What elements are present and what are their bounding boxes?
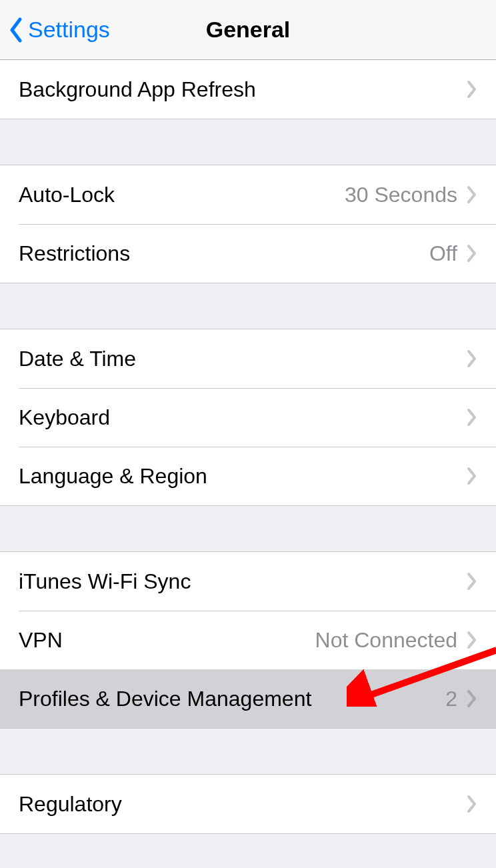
row-value: 2 <box>445 687 457 711</box>
row-label: Language & Region <box>19 464 467 489</box>
row-value: Off <box>429 241 457 266</box>
row-value: Not Connected <box>315 628 457 653</box>
chevron-right-icon <box>467 689 477 708</box>
chevron-right-icon <box>467 185 477 204</box>
chevron-right-icon <box>467 80 477 99</box>
row-label: Background App Refresh <box>19 77 467 102</box>
spacer <box>0 283 496 329</box>
chevron-right-icon <box>467 631 477 649</box>
row-label: Auto-Lock <box>19 183 345 207</box>
chevron-right-icon <box>467 408 477 427</box>
back-button[interactable]: Settings <box>0 17 110 43</box>
group-regulatory: Regulatory <box>0 774 496 834</box>
row-label: Keyboard <box>19 405 467 430</box>
chevron-right-icon <box>467 572 477 591</box>
row-regulatory[interactable]: Regulatory <box>0 775 496 833</box>
row-keyboard[interactable]: Keyboard <box>0 388 496 447</box>
row-label: VPN <box>19 628 315 653</box>
group-lock: Auto-Lock 30 Seconds Restrictions Off <box>0 165 496 283</box>
row-language-region[interactable]: Language & Region <box>0 447 496 505</box>
spacer <box>0 505 496 552</box>
row-vpn[interactable]: VPN Not Connected <box>0 611 496 669</box>
group-general: Date & Time Keyboard Language & Region <box>0 329 496 506</box>
back-label: Settings <box>28 17 110 43</box>
row-label: Restrictions <box>19 241 429 266</box>
row-label: Date & Time <box>19 347 467 371</box>
spacer <box>0 728 496 775</box>
row-background-app-refresh[interactable]: Background App Refresh <box>0 60 496 119</box>
row-label: iTunes Wi-Fi Sync <box>19 569 467 594</box>
chevron-right-icon <box>467 467 477 485</box>
group-network: iTunes Wi-Fi Sync VPN Not Connected Prof… <box>0 551 496 729</box>
content: Background App Refresh Auto-Lock 30 Seco… <box>0 60 496 868</box>
chevron-right-icon <box>467 349 477 368</box>
row-label: Profiles & Device Management <box>19 687 445 711</box>
row-profiles-device-management[interactable]: Profiles & Device Management 2 <box>0 669 496 728</box>
spacer <box>0 833 496 865</box>
navbar: Settings General <box>0 0 496 60</box>
row-value: 30 Seconds <box>345 183 457 207</box>
row-auto-lock[interactable]: Auto-Lock 30 Seconds <box>0 165 496 224</box>
chevron-left-icon <box>8 17 24 43</box>
chevron-right-icon <box>467 795 477 813</box>
row-restrictions[interactable]: Restrictions Off <box>0 224 496 283</box>
group-background: Background App Refresh <box>0 60 496 119</box>
spacer <box>0 119 496 165</box>
row-label: Regulatory <box>19 792 467 817</box>
row-itunes-wifi-sync[interactable]: iTunes Wi-Fi Sync <box>0 552 496 611</box>
row-date-time[interactable]: Date & Time <box>0 329 496 388</box>
chevron-right-icon <box>467 244 477 263</box>
